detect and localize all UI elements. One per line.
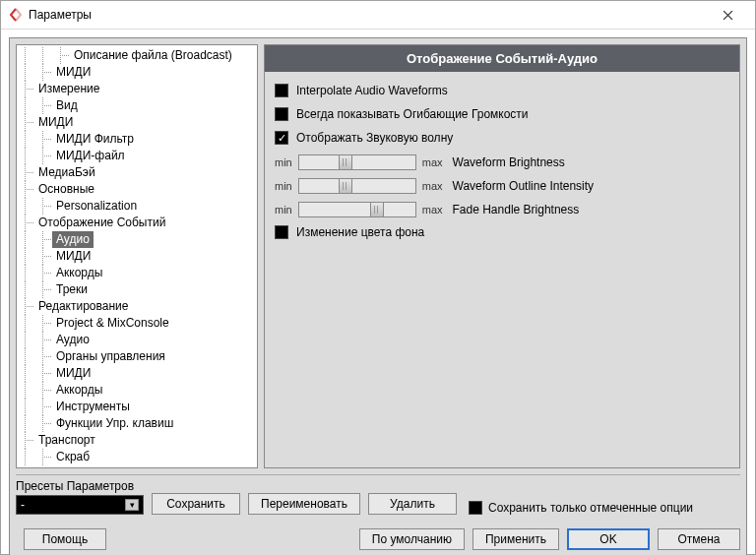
tree-item[interactable]: МИДИ Фильтр bbox=[17, 131, 257, 148]
tree-item-label: МИДИ bbox=[34, 114, 77, 131]
tree-item-label: Project & MixConsole bbox=[52, 315, 173, 332]
tree-item-label: Вид bbox=[52, 97, 82, 114]
checkbox-icon[interactable] bbox=[275, 107, 288, 121]
slider-thumb[interactable] bbox=[339, 178, 352, 194]
apply-button[interactable]: Применить bbox=[472, 528, 559, 550]
slider-outline-intensity: min max Waveform Outline Intensity bbox=[275, 178, 729, 194]
slider-waveform-brightness: min max Waveform Brightness bbox=[275, 154, 729, 170]
slider-thumb[interactable] bbox=[339, 154, 352, 170]
tree-item-label: Скраб bbox=[52, 449, 94, 465]
checkbox-icon[interactable] bbox=[275, 84, 288, 97]
slider-fade-handle-brightness: min max Fade Handle Brightness bbox=[275, 202, 729, 217]
content-pane: Отображение Событий-Аудио Interpolate Au… bbox=[264, 44, 740, 468]
dropdown-value: - bbox=[21, 498, 25, 512]
app-icon bbox=[9, 8, 23, 22]
help-button[interactable]: Помощь bbox=[24, 528, 106, 550]
tree-item-label: Personalization bbox=[52, 198, 141, 215]
tree-item[interactable]: МИДИ-файл bbox=[17, 148, 257, 164]
chevron-down-icon: ▾ bbox=[125, 499, 139, 511]
tree-item-label: Редактирование bbox=[34, 298, 132, 315]
tree-item-label: МИДИ bbox=[52, 248, 94, 265]
option-label: Отображать Звуковую волну bbox=[296, 131, 453, 145]
tree-item[interactable]: Органы управления bbox=[17, 348, 257, 365]
tree-item[interactable]: Измерение bbox=[17, 81, 257, 97]
option-always-show-envelopes[interactable]: Всегда показывать Огибающие Громкости bbox=[275, 107, 729, 121]
option-label: Сохранить только отмеченные опции bbox=[488, 501, 693, 515]
tree-item-label: Треки bbox=[52, 281, 92, 298]
rename-preset-button[interactable]: Переименовать bbox=[248, 493, 360, 515]
cancel-button[interactable]: Отмена bbox=[658, 528, 740, 550]
tree-item-label: Описание файла (Broadcast) bbox=[70, 47, 236, 64]
titlebar: Параметры bbox=[1, 1, 755, 30]
checkbox-icon[interactable] bbox=[275, 225, 288, 239]
option-background-color-change[interactable]: Изменение цвета фона bbox=[275, 225, 729, 239]
tree-item-label: Основные bbox=[34, 181, 98, 198]
tree-item[interactable]: МИДИ bbox=[17, 248, 257, 265]
save-preset-button[interactable]: Сохранить bbox=[152, 493, 240, 515]
window-title: Параметры bbox=[29, 8, 708, 22]
checkbox-icon[interactable] bbox=[469, 501, 482, 515]
slider-label: Fade Handle Brightness bbox=[453, 203, 580, 216]
tree-item-label: Измерение bbox=[34, 81, 103, 97]
tree-item-label: Аудио bbox=[52, 231, 94, 248]
option-interpolate[interactable]: Interpolate Audio Waveforms bbox=[275, 84, 729, 97]
tree-item[interactable]: Вид bbox=[17, 97, 257, 114]
tree-item-label: Аккорды bbox=[52, 382, 106, 399]
slider-track[interactable] bbox=[298, 202, 416, 217]
option-label: Всегда показывать Огибающие Громкости bbox=[296, 107, 529, 121]
tree-item[interactable]: Аудио bbox=[17, 332, 257, 348]
footer-bar: Помощь По умолчанию Применить OK Отмена bbox=[16, 524, 740, 550]
close-button[interactable] bbox=[708, 1, 747, 29]
tree-item[interactable]: Аккорды bbox=[17, 382, 257, 399]
presets-dropdown[interactable]: - ▾ bbox=[16, 495, 144, 515]
dialog-body: Описание файла (Broadcast)МИДИИзмерениеВ… bbox=[9, 37, 747, 555]
checkbox-icon[interactable] bbox=[275, 131, 288, 145]
tree-item[interactable]: МИДИ bbox=[17, 114, 257, 131]
slider-thumb[interactable] bbox=[370, 202, 384, 217]
tree-item-label: Аккорды bbox=[52, 265, 106, 281]
tree-item[interactable]: Personalization bbox=[17, 198, 257, 215]
content-header: Отображение Событий-Аудио bbox=[265, 45, 739, 72]
tree-item-label: МИДИ bbox=[52, 365, 94, 382]
tree-item[interactable]: МедиаБэй bbox=[17, 164, 257, 181]
tree-item[interactable]: Инструменты bbox=[17, 399, 257, 415]
tree-item[interactable]: Отображение Событий bbox=[17, 215, 257, 231]
tree-item[interactable]: Описание файла (Broadcast) bbox=[17, 47, 257, 64]
preferences-window: Параметры Описание файла (Broadcast)МИДИ… bbox=[0, 0, 756, 555]
tree-item-label: МИДИ-файл bbox=[52, 148, 129, 164]
presets-label: Пресеты Параметров bbox=[16, 479, 144, 493]
defaults-button[interactable]: По умолчанию bbox=[359, 528, 465, 550]
tree-item-label: Аудио bbox=[52, 332, 94, 348]
tree-item[interactable]: Project & MixConsole bbox=[17, 315, 257, 332]
tree-item[interactable]: МИДИ bbox=[17, 64, 257, 81]
option-label: Изменение цвета фона bbox=[296, 225, 424, 239]
delete-preset-button[interactable]: Удалить bbox=[368, 493, 457, 515]
slider-label: Waveform Brightness bbox=[453, 155, 565, 169]
tree-item-label: МИДИ Фильтр bbox=[52, 131, 138, 148]
tree-item[interactable]: Транспорт bbox=[17, 432, 257, 449]
tree-item-label: МедиаБэй bbox=[34, 164, 99, 181]
tree-item[interactable]: Аудио bbox=[17, 231, 257, 248]
tree-item-label: Органы управления bbox=[52, 348, 169, 365]
tree-item[interactable]: Треки bbox=[17, 281, 257, 298]
tree-item-label: Транспорт bbox=[34, 432, 99, 449]
tree-item[interactable]: Редактирование bbox=[17, 298, 257, 315]
option-label: Interpolate Audio Waveforms bbox=[296, 84, 448, 97]
category-tree[interactable]: Описание файла (Broadcast)МИДИИзмерениеВ… bbox=[16, 44, 258, 468]
tree-item[interactable]: МИДИ bbox=[17, 365, 257, 382]
tree-item-label: Инструменты bbox=[52, 399, 134, 415]
tree-item[interactable]: Основные bbox=[17, 181, 257, 198]
tree-item[interactable]: Аккорды bbox=[17, 265, 257, 281]
tree-item-label: Функции Упр. клавиш bbox=[52, 415, 177, 432]
ok-button[interactable]: OK bbox=[567, 528, 650, 550]
save-marked-option[interactable]: Сохранить только отмеченные опции bbox=[465, 501, 693, 515]
tree-item[interactable]: Скраб bbox=[17, 449, 257, 465]
tree-item-label: Отображение Событий bbox=[34, 215, 169, 231]
presets-bar: Пресеты Параметров - ▾ Сохранить Переиме… bbox=[16, 474, 740, 524]
tree-item[interactable]: Функции Упр. клавиш bbox=[17, 415, 257, 432]
slider-label: Waveform Outline Intensity bbox=[453, 179, 595, 193]
option-show-waveform[interactable]: Отображать Звуковую волну bbox=[275, 131, 729, 145]
slider-track[interactable] bbox=[298, 178, 416, 194]
slider-track[interactable] bbox=[298, 154, 416, 170]
tree-item-label: МИДИ bbox=[52, 64, 94, 81]
